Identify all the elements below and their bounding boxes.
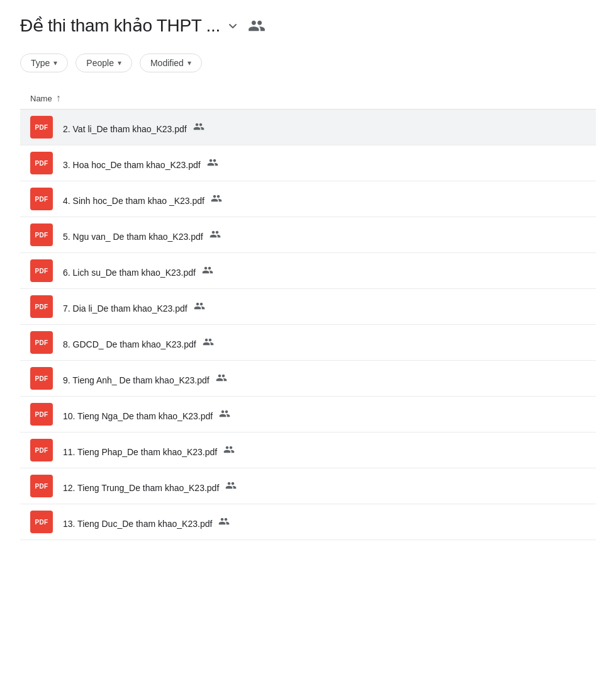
file-name: 5. Ngu van_ De tham khao_K23.pdf [63, 229, 586, 242]
pdf-icon: PDF [30, 259, 53, 282]
modified-chevron-icon: ▾ [188, 59, 191, 67]
file-name: 13. Tieng Duc_De tham khao_K23.pdf [63, 516, 586, 529]
pdf-icon: PDF [30, 188, 53, 210]
shared-icon [219, 408, 230, 419]
shared-people-icon[interactable] [248, 17, 266, 35]
shared-icon [211, 193, 222, 204]
table-header: Name ↑ [20, 88, 596, 110]
shared-icon [210, 229, 221, 240]
file-row[interactable]: PDF7. Dia li_De tham khao_K23.pdf [20, 289, 596, 325]
file-row[interactable]: PDF8. GDCD_ De tham khao_K23.pdf [20, 325, 596, 361]
type-filter-button[interactable]: Type ▾ [20, 54, 68, 72]
people-filter-button[interactable]: People ▾ [76, 54, 132, 72]
file-row[interactable]: PDF9. Tieng Anh_ De tham khao_K23.pdf [20, 361, 596, 397]
file-row[interactable]: PDF3. Hoa hoc_De tham khao_K23.pdf [20, 145, 596, 181]
shared-icon [194, 300, 205, 312]
modified-filter-button[interactable]: Modified ▾ [140, 54, 202, 72]
file-row[interactable]: PDF10. Tieng Nga_De tham khao_K23.pdf [20, 397, 596, 433]
file-name: 4. Sinh hoc_De tham khao _K23.pdf [63, 193, 586, 206]
modified-filter-label: Modified [150, 58, 184, 68]
file-name: 9. Tieng Anh_ De tham khao_K23.pdf [63, 372, 586, 385]
pdf-icon: PDF [30, 295, 53, 318]
file-row[interactable]: PDF5. Ngu van_ De tham khao_K23.pdf [20, 217, 596, 253]
shared-icon [202, 264, 213, 276]
shared-icon [223, 444, 235, 455]
file-name: 3. Hoa hoc_De tham khao_K23.pdf [63, 157, 586, 170]
pdf-icon: PDF [30, 403, 53, 426]
pdf-icon: PDF [30, 475, 53, 497]
file-row[interactable]: PDF13. Tieng Duc_De tham khao_K23.pdf [20, 504, 596, 540]
file-row[interactable]: PDF12. Tieng Trung_De tham khao_K23.pdf [20, 468, 596, 504]
type-filter-label: Type [31, 58, 50, 68]
name-column-label: Name [30, 94, 52, 103]
file-name: 7. Dia li_De tham khao_K23.pdf [63, 300, 586, 314]
shared-icon [203, 336, 214, 348]
pdf-icon: PDF [30, 511, 53, 533]
name-column-header[interactable]: Name ↑ [30, 93, 61, 104]
file-row[interactable]: PDF11. Tieng Phap_De tham khao_K23.pdf [20, 433, 596, 468]
pdf-icon: PDF [30, 367, 53, 390]
page-title: Đề thi tham khảo THPT ... [20, 15, 220, 36]
pdf-icon: PDF [30, 116, 53, 139]
file-row[interactable]: PDF6. Lich su_De tham khao_K23.pdf [20, 253, 596, 289]
file-name: 10. Tieng Nga_De tham khao_K23.pdf [63, 408, 586, 421]
shared-icon [207, 157, 218, 168]
people-chevron-icon: ▾ [118, 59, 121, 67]
people-filter-label: People [86, 58, 114, 68]
file-name: 11. Tieng Phap_De tham khao_K23.pdf [63, 444, 586, 457]
sort-ascending-icon: ↑ [56, 93, 61, 104]
file-name: 12. Tieng Trung_De tham khao_K23.pdf [63, 480, 586, 493]
pdf-icon: PDF [30, 223, 53, 246]
shared-icon [193, 121, 204, 132]
pdf-icon: PDF [30, 331, 53, 354]
shared-icon [218, 516, 230, 527]
file-row[interactable]: PDF2. Vat li_De tham khao_K23.pdf [20, 110, 596, 145]
file-name: 8. GDCD_ De tham khao_K23.pdf [63, 336, 586, 349]
file-row[interactable]: PDF4. Sinh hoc_De tham khao _K23.pdf [20, 181, 596, 217]
pdf-icon: PDF [30, 152, 53, 174]
title-chevron-icon[interactable] [225, 18, 240, 33]
pdf-icon: PDF [30, 439, 53, 461]
file-name: 6. Lich su_De tham khao_K23.pdf [63, 264, 586, 278]
shared-icon [216, 372, 227, 383]
page-header: Đề thi tham khảo THPT ... [20, 15, 596, 36]
type-chevron-icon: ▾ [53, 59, 57, 67]
file-list: PDF2. Vat li_De tham khao_K23.pdfPDF3. H… [20, 110, 596, 540]
file-name: 2. Vat li_De tham khao_K23.pdf [63, 121, 586, 134]
filter-bar: Type ▾ People ▾ Modified ▾ [20, 54, 596, 72]
shared-icon [225, 480, 237, 491]
